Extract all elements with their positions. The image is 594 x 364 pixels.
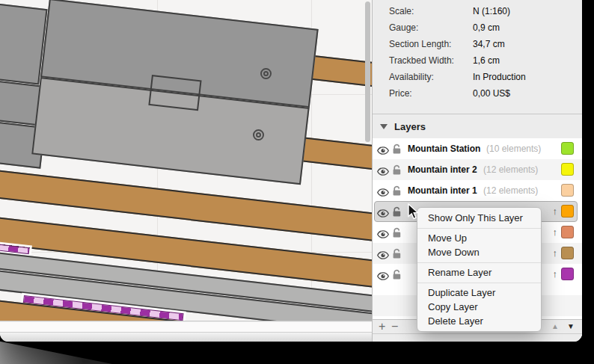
visibility-eye-icon[interactable] (377, 249, 389, 262)
property-label: Availability: (389, 72, 473, 82)
menu-item-delete-layer[interactable]: Delete Layer (417, 314, 541, 328)
desktop-background: Scale:N (1:160) Gauge:0,9 cm Section Len… (0, 0, 594, 364)
add-layer-button[interactable]: + (379, 320, 385, 333)
property-label: Trackbed Width: (389, 55, 473, 66)
layer-name: Mountain Station (408, 144, 480, 154)
property-value: 34,7 cm (473, 39, 505, 49)
layer-row-mountain-inter-1[interactable]: Mountain inter 1 (12 elements) (373, 180, 582, 201)
visibility-eye-icon[interactable] (377, 207, 389, 220)
property-value: 0,9 cm (473, 22, 500, 33)
menu-separator (417, 228, 541, 229)
unlocked-lock-icon[interactable] (392, 227, 402, 241)
layer-name: Mountain inter 2 (408, 164, 477, 175)
layer-color-swatch[interactable] (561, 163, 574, 176)
up-arrow-icon: ↑ (553, 226, 558, 238)
unlocked-lock-icon[interactable] (392, 206, 402, 220)
property-value: In Production (473, 72, 526, 82)
menu-separator (417, 283, 541, 283)
layer-color-swatch[interactable] (561, 184, 574, 197)
track-plan-canvas[interactable] (0, 0, 372, 321)
property-label: Section Length: (389, 39, 473, 49)
scrollbar-thumb[interactable] (365, 1, 370, 142)
layer-row-mountain-inter-2[interactable]: Mountain inter 2 (12 elements) (373, 159, 582, 180)
layer-color-swatch[interactable] (561, 247, 574, 259)
layer-element-count: (10 elements) (486, 144, 541, 154)
menu-item-show-only-this-layer[interactable]: Show Only This Layer (417, 211, 541, 225)
unlocked-lock-icon[interactable] (392, 269, 402, 283)
menu-item-move-up[interactable]: Move Up (417, 231, 541, 245)
layer-color-swatch[interactable] (561, 226, 574, 238)
up-arrow-icon: ↑ (553, 247, 558, 259)
remove-layer-button[interactable]: − (391, 320, 398, 333)
layer-color-swatch[interactable] (561, 142, 574, 155)
visibility-eye-icon[interactable] (377, 165, 389, 179)
menu-item-copy-layer[interactable]: Copy Layer (417, 300, 541, 314)
property-row: Price:0,00 US$ (373, 85, 582, 102)
visibility-eye-icon[interactable] (377, 270, 389, 283)
property-row: Scale:N (1:160) (373, 3, 582, 19)
menu-item-duplicate-layer[interactable]: Duplicate Layer (417, 286, 541, 300)
disclosure-triangle-icon[interactable] (380, 124, 388, 129)
platform-marker-circle[interactable] (253, 129, 264, 141)
property-row: Gauge:0,9 cm (373, 19, 582, 36)
menu-separator (417, 262, 541, 263)
canvas-scrollbar[interactable] (364, 0, 372, 321)
property-value: 1,6 cm (473, 55, 500, 66)
property-label: Price: (389, 88, 473, 99)
layers-section-header[interactable]: Layers (373, 114, 582, 138)
property-label: Gauge: (389, 22, 473, 33)
visibility-eye-icon[interactable] (377, 144, 389, 158)
property-value: 0,00 US$ (473, 88, 510, 99)
layer-color-swatch[interactable] (561, 205, 574, 218)
layer-element-count: (12 elements) (483, 164, 538, 175)
mouse-cursor-icon (408, 203, 419, 223)
menu-item-rename-layer[interactable]: Rename Layer (417, 265, 541, 280)
property-row: Availability:In Production (373, 69, 582, 85)
canvas-bottom-strip (0, 322, 372, 333)
property-value: N (1:160) (473, 6, 510, 16)
up-arrow-icon: ↑ (553, 268, 558, 280)
item-properties: Scale:N (1:160) Gauge:0,9 cm Section Len… (373, 3, 582, 102)
up-arrow-icon: ↑ (553, 206, 558, 217)
context-menu: Show Only This Layer Move Up Move Down R… (417, 207, 542, 332)
unlocked-lock-icon[interactable] (392, 248, 402, 262)
move-layer-up-button[interactable]: ▲ (551, 322, 559, 330)
layer-name: Mountain inter 1 (408, 185, 477, 196)
layer-row-mountain-station[interactable]: Mountain Station (10 elements) (373, 138, 582, 159)
property-row: Section Length:34,7 cm (373, 36, 582, 52)
layers-title: Layers (394, 121, 426, 132)
outlined-rect-object[interactable] (148, 75, 201, 111)
unlocked-lock-icon[interactable] (392, 144, 402, 157)
property-label: Scale: (389, 6, 473, 16)
menu-item-move-down[interactable]: Move Down (417, 245, 541, 259)
move-layer-down-button[interactable]: ▼ (567, 322, 575, 330)
platform-marker-circle[interactable] (260, 68, 272, 79)
layer-color-swatch[interactable] (561, 268, 574, 280)
unlocked-lock-icon[interactable] (392, 164, 402, 178)
property-row: Trackbed Width:1,6 cm (373, 52, 582, 69)
unlocked-lock-icon[interactable] (392, 185, 402, 199)
visibility-eye-icon[interactable] (377, 228, 389, 241)
layer-element-count: (12 elements) (483, 185, 538, 196)
visibility-eye-icon[interactable] (377, 186, 389, 200)
